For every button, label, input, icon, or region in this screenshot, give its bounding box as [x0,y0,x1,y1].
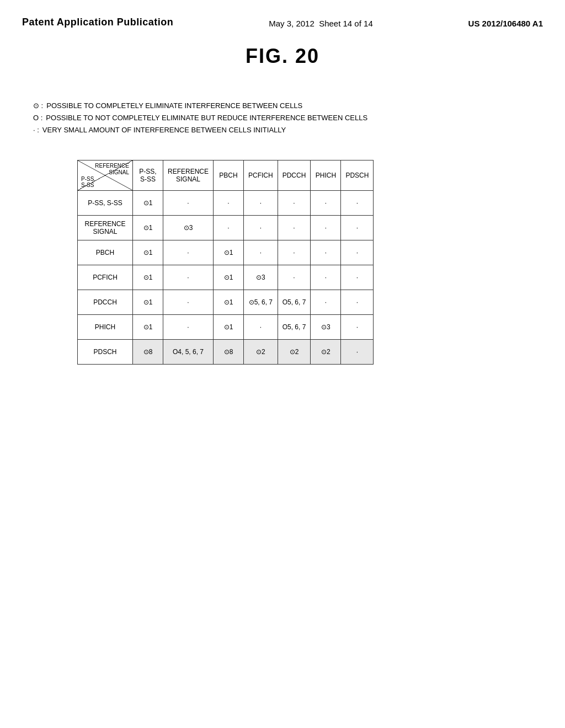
cell-refsig-phich: · [311,215,341,240]
cell-pcfich-pdcch: · [278,265,311,290]
patent-number: US 2012/106480 A1 [468,19,543,28]
interference-table: REFERENCESIGNAL P-SS,S-SS P-SS,S-SS REFE… [77,160,374,365]
main-content: FIG. 20 ⊙ : POSSIBLE TO COMPLETELY ELIMI… [0,34,565,376]
col-header-pcfich: PCFICH [244,160,278,190]
cell-pdcch-pbch: ⊙1 [214,290,244,314]
row-header-refsig: REFERENCESIGNAL [78,215,133,240]
cell-pdcch-pdcch: O5, 6, 7 [278,290,311,314]
table-row-pdcch: PDCCH ⊙1 · ⊙1 ⊙5, 6, 7 O5, 6, 7 · · [78,290,374,314]
cell-refsig-pcfich: · [244,215,278,240]
cell-phich-pbch: ⊙1 [214,314,244,339]
legend-symbol-1: ⊙ : [33,101,43,111]
col-header-pdsch: PDSCH [341,160,374,190]
legend-item-3: · : VERY SMALL AMOUNT OF INTERFERENCE BE… [33,125,367,135]
table-row-pdsch: PDSCH ⊙8 O4, 5, 6, 7 ⊙8 ⊙2 ⊙2 ⊙2 · [78,339,374,364]
cell-phich-pcfich: · [244,314,278,339]
cell-phich-refsig: · [163,314,214,339]
legend-text-3: VERY SMALL AMOUNT OF INTERFERENCE BETWEE… [42,125,286,135]
cell-pss-pdsch: · [341,190,374,215]
cell-pbch-refsig: · [163,240,214,265]
cell-pdcch-refsig: · [163,290,214,314]
cell-refsig-pbch: · [214,215,244,240]
cell-pcfich-pbch: ⊙1 [214,265,244,290]
col-header-pbch: PBCH [214,160,244,190]
row-header-phich: PHICH [78,314,133,339]
cell-pbch-pcfich: · [244,240,278,265]
legend-area: ⊙ : POSSIBLE TO COMPLETELY ELIMINATE INT… [33,101,367,138]
cell-pss-pbch: · [214,190,244,215]
cell-refsig-refsig: ⊙3 [163,215,214,240]
table-row-pcfich: PCFICH ⊙1 · ⊙1 ⊙3 · · · [78,265,374,290]
cell-pcfich-phich: · [311,265,341,290]
table-row-pss: P-SS, S-SS ⊙1 · · · · · · [78,190,374,215]
legend-symbol-2: O : [33,113,42,123]
cell-pbch-phich: · [311,240,341,265]
legend-item-1: ⊙ : POSSIBLE TO COMPLETELY ELIMINATE INT… [33,101,367,111]
table-row-refsig: REFERENCESIGNAL ⊙1 ⊙3 · · · · · [78,215,374,240]
corner-bottom-label: P-SS,S-SS [81,176,95,188]
row-header-pdcch: PDCCH [78,290,133,314]
cell-pbch-pbch: ⊙1 [214,240,244,265]
cell-pdcch-phich: · [311,290,341,314]
cell-pcfich-refsig: · [163,265,214,290]
cell-pdcch-pcfich: ⊙5, 6, 7 [244,290,278,314]
cell-phich-pdsch: · [341,314,374,339]
cell-pbch-pss: ⊙1 [133,240,163,265]
table-header-row: REFERENCESIGNAL P-SS,S-SS P-SS,S-SS REFE… [78,160,374,190]
cell-pcfich-pdsch: · [341,265,374,290]
table-row-pbch: PBCH ⊙1 · ⊙1 · · · · [78,240,374,265]
cell-pss-pdcch: · [278,190,311,215]
cell-pdsch-pcfich: ⊙2 [244,339,278,364]
legend-symbol-3: · : [33,125,39,135]
row-header-pss: P-SS, S-SS [78,190,133,215]
legend-item-2: O : POSSIBLE TO NOT COMPLETELY ELIMINATE… [33,113,367,123]
cell-pdsch-pss: ⊙8 [133,339,163,364]
page-header: Patent Application Publication May 3, 20… [0,0,565,34]
corner-top-label: REFERENCESIGNAL [95,163,129,176]
col-header-pss: P-SS,S-SS [133,160,163,190]
cell-pdcch-pss: ⊙1 [133,290,163,314]
corner-cell: REFERENCESIGNAL P-SS,S-SS [78,160,133,190]
table-row-phich: PHICH ⊙1 · ⊙1 · O5, 6, 7 ⊙3 · [78,314,374,339]
cell-refsig-pss: ⊙1 [133,215,163,240]
cell-phich-pss: ⊙1 [133,314,163,339]
row-header-pcfich: PCFICH [78,265,133,290]
cell-pdsch-pdcch: ⊙2 [278,339,311,364]
cell-pcfich-pss: ⊙1 [133,265,163,290]
cell-pss-phich: · [311,190,341,215]
figure-title: FIG. 20 [33,45,532,68]
cell-pdsch-pdsch: · [341,339,374,364]
cell-pss-pcfich: · [244,190,278,215]
cell-pdcch-pdsch: · [341,290,374,314]
cell-pdsch-pbch: ⊙8 [214,339,244,364]
cell-pcfich-pcfich: ⊙3 [244,265,278,290]
cell-pbch-pdcch: · [278,240,311,265]
row-header-pbch: PBCH [78,240,133,265]
legend-text-1: POSSIBLE TO COMPLETELY ELIMINATE INTERFE… [46,101,302,111]
diagram-area: ⊙ : POSSIBLE TO COMPLETELY ELIMINATE INT… [33,90,532,138]
col-header-refsig: REFERENCESIGNAL [163,160,214,190]
cell-pdsch-phich: ⊙2 [311,339,341,364]
cell-pss-refsig: · [163,190,214,215]
publication-date: May 3, 2012 Sheet 14 of 14 [269,19,373,28]
cell-pss-pss: ⊙1 [133,190,163,215]
cell-refsig-pdsch: · [341,215,374,240]
cell-refsig-pdcch: · [278,215,311,240]
row-header-pdsch: PDSCH [78,339,133,364]
col-header-phich: PHICH [311,160,341,190]
legend-text-2: POSSIBLE TO NOT COMPLETELY ELIMINATE BUT… [46,113,367,123]
cell-phich-phich: ⊙3 [311,314,341,339]
cell-pdsch-refsig: O4, 5, 6, 7 [163,339,214,364]
cell-phich-pdcch: O5, 6, 7 [278,314,311,339]
col-header-pdcch: PDCCH [278,160,311,190]
cell-pbch-pdsch: · [341,240,374,265]
publication-title: Patent Application Publication [22,17,173,28]
